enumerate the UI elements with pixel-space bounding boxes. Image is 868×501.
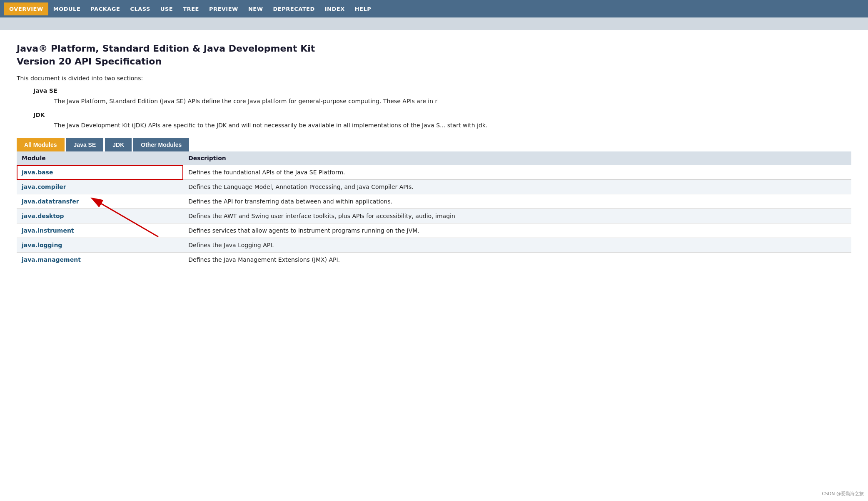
- section-list: Java SE The Java Platform, Standard Edit…: [33, 87, 851, 130]
- table-header-row: Module Description: [17, 151, 851, 165]
- description-cell: Defines services that allow agents to in…: [183, 223, 851, 238]
- module-link[interactable]: java.datatransfer: [22, 198, 79, 205]
- description-cell: Defines the API for transferring data be…: [183, 194, 851, 209]
- description-cell: Defines the Java Management Extensions (…: [183, 253, 851, 267]
- module-link[interactable]: java.instrument: [22, 227, 74, 234]
- nav-item-overview[interactable]: OVERVIEW: [4, 2, 48, 15]
- module-link[interactable]: java.compiler: [22, 184, 66, 190]
- page-title: Java® Platform, Standard Edition & Java …: [17, 42, 851, 68]
- table-row: java.baseDefines the foundational APIs o…: [17, 165, 851, 180]
- description-cell: Defines the AWT and Swing user interface…: [183, 209, 851, 223]
- table-row: java.compilerDefines the Language Model,…: [17, 180, 851, 194]
- nav-item-deprecated[interactable]: DEPRECATED: [268, 2, 320, 15]
- nav-item-class[interactable]: CLASS: [125, 2, 155, 15]
- module-cell: java.desktop: [17, 209, 183, 223]
- table-row: java.managementDefines the Java Manageme…: [17, 253, 851, 267]
- module-link[interactable]: java.desktop: [22, 213, 64, 219]
- table-row: java.loggingDefines the Java Logging API…: [17, 238, 851, 253]
- java-se-desc: The Java Platform, Standard Edition (Jav…: [54, 97, 851, 106]
- module-link[interactable]: java.management: [22, 256, 81, 263]
- intro-text: This document is divided into two sectio…: [17, 75, 851, 82]
- nav-item-package[interactable]: PACKAGE: [85, 2, 125, 15]
- table-row: java.instrumentDefines services that all…: [17, 223, 851, 238]
- nav-item-tree[interactable]: TREE: [178, 2, 204, 15]
- table-row: java.datatransferDefines the API for tra…: [17, 194, 851, 209]
- description-cell: Defines the Java Logging API.: [183, 238, 851, 253]
- module-cell: java.instrument: [17, 223, 183, 238]
- description-cell: Defines the foundational APIs of the Jav…: [183, 165, 851, 180]
- java-se-label: Java SE: [33, 87, 851, 94]
- column-module: Module: [17, 151, 183, 165]
- nav-item-new[interactable]: NEW: [243, 2, 268, 15]
- jdk-label: JDK: [33, 112, 851, 118]
- module-link[interactable]: java.base: [22, 169, 53, 176]
- description-cell: Defines the Language Model, Annotation P…: [183, 180, 851, 194]
- jdk-desc: The Java Development Kit (JDK) APIs are …: [54, 121, 851, 130]
- tab-java-se[interactable]: Java SE: [66, 138, 104, 151]
- modules-table: Module Description java.baseDefines the …: [17, 151, 851, 267]
- tab-jdk[interactable]: JDK: [105, 138, 132, 151]
- tab-other-modules[interactable]: Other Modules: [133, 138, 189, 151]
- module-cell: java.compiler: [17, 180, 183, 194]
- subbar: [0, 17, 868, 30]
- module-cell: java.base: [17, 165, 183, 180]
- nav-item-index[interactable]: INDEX: [320, 2, 350, 15]
- module-tabs: All ModulesJava SEJDKOther Modules: [17, 138, 851, 151]
- nav-item-preview[interactable]: PREVIEW: [204, 2, 243, 15]
- navbar: OVERVIEWMODULEPACKAGECLASSUSETREEPREVIEW…: [0, 0, 868, 17]
- table-row: java.desktopDefines the AWT and Swing us…: [17, 209, 851, 223]
- column-description: Description: [183, 151, 851, 165]
- module-cell: java.datatransfer: [17, 194, 183, 209]
- module-link[interactable]: java.logging: [22, 242, 62, 248]
- module-cell: java.logging: [17, 238, 183, 253]
- tab-all-modules[interactable]: All Modules: [17, 138, 65, 151]
- nav-item-help[interactable]: HELP: [350, 2, 377, 15]
- module-cell: java.management: [17, 253, 183, 267]
- nav-item-module[interactable]: MODULE: [48, 2, 86, 15]
- nav-item-use[interactable]: USE: [155, 2, 178, 15]
- main-content: Java® Platform, Standard Edition & Java …: [0, 30, 868, 280]
